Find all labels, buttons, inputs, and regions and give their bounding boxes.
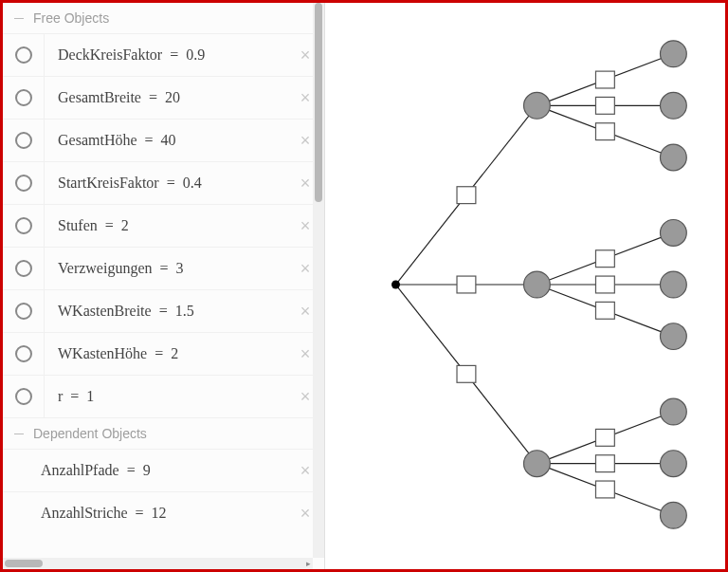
svg-rect-19 (595, 429, 614, 446)
svg-rect-23 (595, 481, 614, 498)
free-object-row[interactable]: Verzweigungen = 3× (3, 247, 324, 289)
visibility-toggle[interactable] (3, 205, 45, 247)
svg-point-31 (660, 271, 686, 298)
svg-rect-3 (457, 276, 476, 293)
svg-point-26 (660, 41, 686, 67)
radio-icon (15, 303, 32, 320)
sidebar-scrollbar-vertical[interactable] (313, 3, 324, 558)
svg-point-25 (524, 92, 551, 119)
radio-icon (15, 46, 32, 64)
free-object-row[interactable]: GesamtHöhe = 40× (3, 119, 324, 161)
object-label: GesamtHöhe = 40 (45, 132, 286, 149)
scrollbar-thumb[interactable] (315, 3, 322, 202)
section-header-free[interactable]: Free Objects (3, 3, 324, 33)
object-label: StartKreisFaktor = 0.4 (45, 175, 286, 192)
sidebar-scrollbar-horizontal[interactable]: ▸ (3, 558, 313, 569)
free-object-row[interactable]: WKastenBreite = 1.5× (3, 289, 324, 332)
svg-rect-1 (457, 187, 476, 204)
free-object-row[interactable]: StartKreisFaktor = 0.4× (3, 161, 324, 204)
section-header-dependent[interactable]: Dependent Objects (3, 417, 324, 449)
dependent-object-row[interactable]: AnzahlPfade = 9× (3, 449, 324, 491)
graphics-canvas[interactable] (325, 3, 725, 569)
visibility-toggle[interactable] (3, 376, 45, 417)
object-label: DeckKreisFaktor = 0.9 (45, 46, 286, 64)
object-label: WKastenBreite = 1.5 (45, 303, 286, 320)
free-object-row[interactable]: r = 1× (3, 375, 324, 417)
radio-icon (15, 388, 32, 405)
svg-point-35 (660, 451, 686, 477)
radio-icon (15, 132, 32, 149)
free-object-row[interactable]: GesamtBreite = 20× (3, 76, 324, 119)
svg-rect-11 (595, 123, 614, 140)
object-label: AnzahlPfade = 9 (3, 462, 286, 479)
svg-point-28 (660, 144, 686, 171)
scroll-right-arrow-icon[interactable]: ▸ (306, 558, 311, 569)
svg-rect-21 (595, 455, 614, 472)
radio-icon (15, 175, 32, 192)
svg-point-36 (660, 502, 686, 528)
svg-rect-13 (595, 250, 614, 268)
app-frame: Free Objects DeckKreisFaktor = 0.9×Gesam… (0, 0, 728, 572)
visibility-toggle[interactable] (3, 77, 45, 119)
collapse-dash-icon (14, 434, 24, 434)
object-label: WKastenHöhe = 2 (45, 345, 286, 362)
svg-rect-7 (595, 71, 614, 88)
algebra-sidebar: Free Objects DeckKreisFaktor = 0.9×Gesam… (3, 3, 325, 569)
svg-rect-17 (595, 302, 614, 319)
object-label: r = 1 (45, 388, 286, 405)
radio-icon (15, 260, 32, 277)
svg-rect-5 (457, 365, 476, 382)
svg-rect-15 (595, 276, 614, 293)
svg-point-34 (660, 398, 686, 425)
svg-point-33 (524, 451, 551, 477)
free-object-row[interactable]: Stufen = 2× (3, 204, 324, 247)
object-label: GesamtBreite = 20 (45, 89, 286, 106)
visibility-toggle[interactable] (3, 34, 45, 76)
scrollbar-thumb[interactable] (5, 560, 43, 567)
svg-point-27 (660, 92, 686, 119)
svg-point-29 (524, 271, 551, 298)
object-label: AnzahlStriche = 12 (3, 505, 286, 522)
svg-point-32 (660, 323, 686, 350)
dependent-object-row[interactable]: AnzahlStriche = 12× (3, 491, 324, 534)
collapse-dash-icon (14, 18, 24, 19)
radio-icon (15, 345, 32, 362)
svg-rect-9 (595, 97, 614, 114)
visibility-toggle[interactable] (3, 333, 45, 375)
radio-icon (15, 89, 32, 106)
free-object-row[interactable]: DeckKreisFaktor = 0.9× (3, 33, 324, 76)
section-title-free: Free Objects (33, 10, 109, 26)
svg-point-30 (660, 219, 686, 246)
visibility-toggle[interactable] (3, 248, 45, 289)
svg-point-24 (391, 281, 400, 289)
free-object-row[interactable]: WKastenHöhe = 2× (3, 332, 324, 375)
object-label: Verzweigungen = 3 (45, 260, 286, 277)
visibility-toggle[interactable] (3, 120, 45, 161)
object-label: Stufen = 2 (45, 217, 286, 234)
radio-icon (15, 217, 32, 234)
visibility-toggle[interactable] (3, 290, 45, 332)
section-title-dependent: Dependent Objects (33, 426, 147, 441)
visibility-toggle[interactable] (3, 162, 45, 204)
